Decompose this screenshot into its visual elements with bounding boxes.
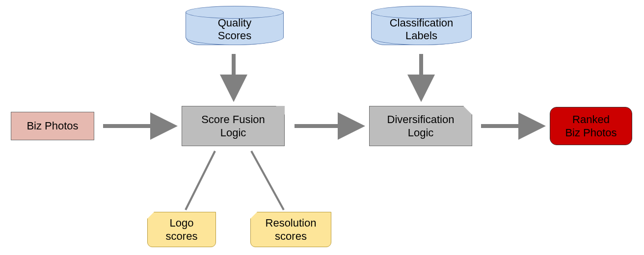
node-label: Quality Scores [186,14,284,45]
node-label: Logo scores [147,212,216,247]
edge-fusion-to-logo [186,151,215,210]
text: Resolution scores [266,216,317,243]
node-ranked-biz-photos: Ranked Biz Photos [550,107,632,145]
node-classification-labels: Classification Labels [371,6,472,45]
text: Quality Scores [218,17,251,43]
node-biz-photos: Biz Photos [11,112,94,140]
edge-fusion-to-resolution [251,151,284,210]
node-score-fusion: Score Fusion Logic [182,106,285,146]
text: Classification Labels [390,17,454,43]
node-label: Classification Labels [371,14,472,45]
node-label: Diversification Logic [369,106,472,146]
node-label: Biz Photos [27,119,78,133]
node-resolution-scores: Resolution scores [250,212,331,247]
node-label: Resolution scores [250,212,331,247]
text: Score Fusion Logic [201,113,265,140]
node-label: Ranked Biz Photos [565,113,617,140]
node-diversification: Diversification Logic [369,106,472,146]
node-quality-scores: Quality Scores [186,6,284,45]
text: Diversification Logic [387,113,455,140]
node-label: Score Fusion Logic [182,106,285,146]
node-logo-scores: Logo scores [147,212,216,247]
text: Logo scores [166,216,198,243]
